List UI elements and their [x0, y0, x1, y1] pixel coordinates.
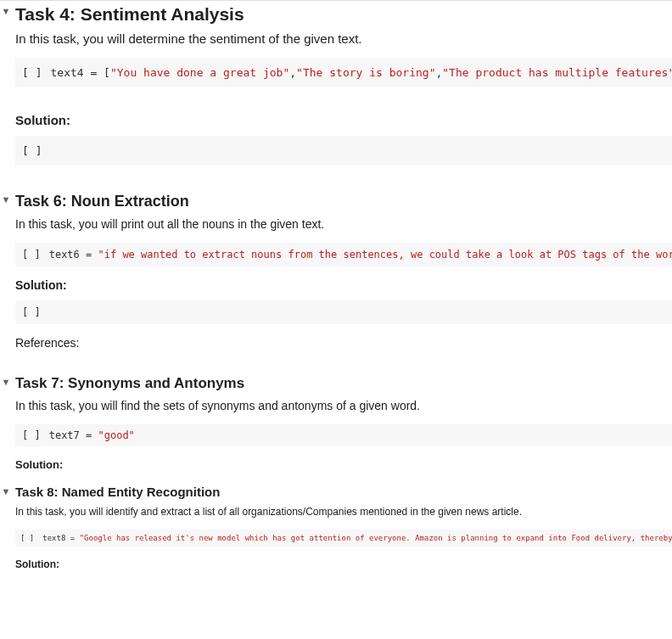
collapse-toggle-icon[interactable]: ▼	[0, 486, 12, 496]
divider	[0, 0, 672, 1]
task-6-description: In this task, you will print out all the…	[15, 217, 672, 231]
task-7-title: Task 7: Synonyms and Antonyms	[15, 375, 672, 392]
cell-prompt: [ ]	[22, 306, 41, 318]
references-heading: References:	[15, 336, 672, 350]
code-cell-task-6-solution[interactable]: [ ]	[15, 300, 672, 324]
cell-code: text6 = "if we wanted to extract nouns f…	[49, 249, 672, 261]
task-6-title: Task 6: Noun Extraction	[15, 193, 672, 210]
solution-heading: Solution:	[15, 558, 672, 570]
cell-prompt: [ ]	[22, 429, 41, 441]
solution-heading: Solution:	[15, 458, 672, 471]
task-8-title: Task 8: Named Entity Recognition	[15, 485, 672, 499]
cell-prompt: [ ]	[22, 66, 42, 79]
solution-heading: Solution:	[15, 278, 672, 292]
code-cell-task-7[interactable]: [ ] text7 = "good"	[15, 424, 672, 446]
code-cell-task-6[interactable]: [ ] text6 = "if we wanted to extract nou…	[15, 243, 672, 266]
section-task-4: ▼ Task 4: Sentiment Analysis In this tas…	[0, 4, 672, 165]
task-7-description: In this task, you will find the sets of …	[15, 399, 672, 412]
code-cell-task-4[interactable]: [ ] text4 = ["You have done a great job"…	[15, 58, 672, 87]
code-cell-task-4-solution[interactable]: [ ]	[15, 136, 672, 165]
solution-heading: Solution:	[15, 113, 672, 127]
section-task-8: ▼ Task 8: Named Entity Recognition In th…	[0, 485, 672, 570]
cell-code: text4 = ["You have done a great job","Th…	[50, 66, 672, 79]
cell-code: text8 = "Google has released it's new mo…	[42, 534, 672, 542]
task-4-title: Task 4: Sentiment Analysis	[15, 4, 672, 25]
cell-code: text7 = "good"	[49, 429, 665, 441]
task-4-description: In this task, you will determine the sen…	[15, 31, 672, 46]
cell-prompt: [ ]	[22, 249, 41, 261]
collapse-toggle-icon[interactable]: ▼	[0, 377, 12, 387]
code-cell-task-8[interactable]: [ ] text8 = "Google has released it's ne…	[15, 530, 672, 547]
cell-prompt: [ ]	[20, 534, 34, 542]
collapse-toggle-icon[interactable]: ▼	[0, 194, 12, 205]
cell-prompt: [ ]	[22, 144, 42, 157]
collapse-toggle-icon[interactable]: ▼	[0, 6, 12, 16]
task-8-description: In this task, you will identify and extr…	[15, 506, 672, 518]
section-task-6: ▼ Task 6: Noun Extraction In this task, …	[0, 193, 672, 350]
section-task-7: ▼ Task 7: Synonyms and Antonyms In this …	[0, 375, 672, 471]
